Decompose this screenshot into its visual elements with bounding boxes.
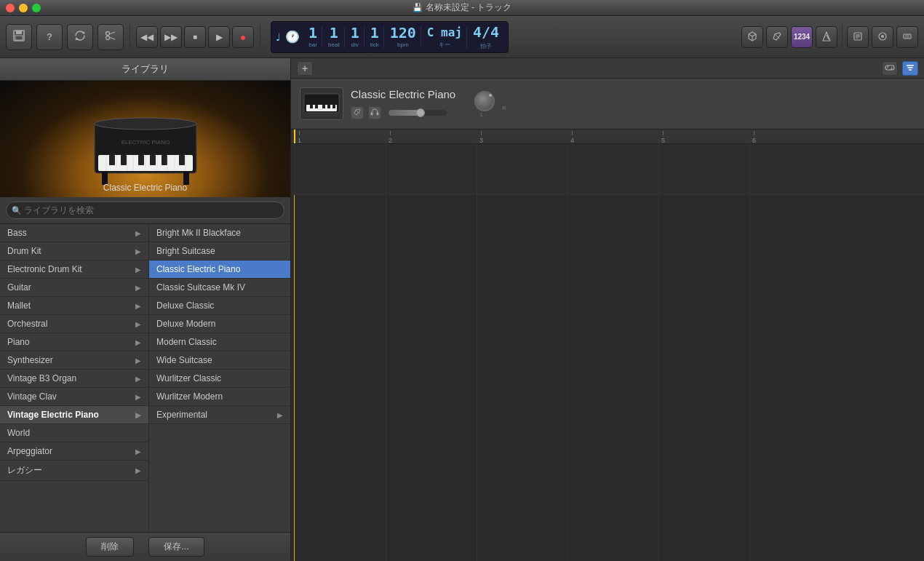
category-item[interactable]: Arpeggiator▶ (0, 442, 148, 461)
category-item[interactable]: Synthesizer▶ (0, 351, 148, 370)
score-button[interactable] (847, 26, 869, 48)
arrange-area[interactable] (291, 144, 924, 561)
lcd-timesig-value: 4/4 (473, 23, 499, 41)
help-button[interactable]: ? (36, 24, 63, 50)
window-title: 名称未設定 - トラック (426, 1, 512, 14)
lcd-bar: 1 bar (304, 25, 322, 48)
ruler-tick (572, 131, 573, 135)
audio-button[interactable] (872, 26, 893, 48)
fastforward-button[interactable]: ▶▶ (160, 26, 182, 48)
minimize-button[interactable] (19, 4, 28, 12)
link-button[interactable] (882, 61, 898, 76)
ruler-mark: 5 (661, 131, 665, 144)
lcd-div-label: div (351, 41, 359, 48)
right-separator (842, 24, 843, 50)
audio-icon (877, 31, 888, 43)
pencil-button[interactable] (766, 26, 788, 48)
save-button[interactable] (6, 24, 32, 50)
category-label: Vintage Electric Piano (7, 410, 99, 420)
ruler-tick (754, 131, 754, 135)
category-item[interactable]: Mallet▶ (0, 297, 148, 315)
preset-item[interactable]: Classic Electric Piano (149, 260, 290, 279)
preset-label: Bright Suitcase (156, 246, 215, 256)
lcd-timesig[interactable]: 4/4 拍子 (469, 23, 503, 50)
category-item[interactable]: Bass▶ (0, 224, 148, 242)
category-item[interactable]: Vintage B3 Organ▶ (0, 370, 148, 388)
traffic-lights (6, 4, 41, 12)
title-icon: 💾 (413, 3, 423, 12)
metronome-button[interactable] (816, 26, 837, 48)
help-icon: ? (47, 31, 52, 42)
category-label: Vintage Clav (7, 391, 57, 402)
edit-instrument-button[interactable] (351, 106, 364, 119)
toolbar: ? ◀◀ ▶▶ ■ (0, 16, 924, 58)
preset-item[interactable]: Deluxe Classic (149, 297, 290, 315)
preset-item[interactable]: Wurlitzer Classic (149, 370, 290, 388)
svg-rect-30 (138, 155, 144, 165)
category-item[interactable]: Guitar▶ (0, 279, 148, 297)
add-track-button[interactable]: + (297, 61, 313, 76)
save-preset-button[interactable]: 保存... (148, 537, 204, 557)
preset-item[interactable]: Experimental▶ (149, 406, 290, 424)
rewind-button[interactable]: ◀◀ (136, 26, 158, 48)
preset-item[interactable]: Bright Suitcase (149, 242, 290, 260)
lcd-bpm[interactable]: 120 bpm (386, 25, 421, 48)
ruler-mark-label: 5 (661, 137, 665, 144)
cut-button[interactable] (97, 24, 124, 50)
category-item[interactable]: Piano▶ (0, 333, 148, 351)
category-item[interactable]: Vintage Clav▶ (0, 388, 148, 406)
svg-rect-29 (121, 155, 127, 165)
midi-button[interactable] (896, 26, 918, 48)
close-button[interactable] (6, 4, 15, 12)
play-button[interactable]: ▶ (208, 26, 230, 48)
preset-item[interactable]: Modern Classic (149, 333, 290, 351)
scissors-icon (105, 30, 116, 44)
volume-knob[interactable] (474, 91, 495, 111)
category-item[interactable]: Vintage Electric Piano▶ (0, 406, 148, 424)
preset-column: Bright Mk II BlackfaceBright SuitcaseCla… (149, 224, 290, 532)
svg-rect-28 (109, 155, 115, 165)
ruler-mark: 3 (479, 131, 483, 144)
grid-line (749, 144, 750, 561)
ruler-tick (299, 131, 300, 135)
category-label: レガシー (7, 464, 42, 477)
filter-button[interactable] (902, 61, 918, 76)
category-item[interactable]: Orchestral▶ (0, 315, 148, 333)
headphones-icon (370, 108, 379, 117)
category-label: World (7, 428, 30, 438)
volume-slider[interactable] (389, 110, 447, 116)
preset-label: Classic Suitcase Mk IV (156, 282, 245, 293)
headphones-button[interactable] (368, 106, 381, 119)
preset-item[interactable]: Wurlitzer Modern (149, 388, 290, 406)
preset-item[interactable]: Bright Mk II Blackface (149, 224, 290, 242)
ruler-mark: 2 (389, 131, 392, 144)
svg-rect-1 (16, 31, 22, 34)
stop-button[interactable]: ■ (184, 26, 206, 48)
category-item[interactable]: World (0, 424, 148, 442)
track-count-button[interactable]: 1234 (791, 26, 813, 48)
preset-item[interactable]: Wide Suitcase (149, 351, 290, 370)
search-input[interactable] (6, 202, 284, 219)
midi-icon (902, 31, 912, 43)
rewind-icon: ◀◀ (140, 32, 154, 42)
delete-button[interactable]: 削除 (86, 537, 134, 557)
main-content: ライブラリ (0, 58, 924, 561)
preset-item[interactable]: Deluxe Modern (149, 315, 290, 333)
lcd-display: ♩ 🕐 1 bar 1 beat 1 div 1 tick 120 bpm C … (271, 21, 509, 53)
category-item[interactable]: Drum Kit▶ (0, 242, 148, 260)
svg-rect-54 (306, 114, 337, 116)
svg-point-24 (95, 118, 196, 130)
instrument-name: Classic Electric Piano (351, 88, 455, 100)
separator-2 (260, 24, 260, 50)
instrument-mini-image (300, 87, 343, 120)
category-item[interactable]: レガシー▶ (0, 461, 148, 481)
category-item[interactable]: Electronic Drum Kit▶ (0, 260, 148, 279)
record-button[interactable]: ● (232, 26, 254, 48)
maximize-button[interactable] (32, 4, 41, 12)
ruler-mark: 6 (752, 131, 756, 144)
loop-button[interactable] (67, 24, 93, 50)
cycle-button[interactable] (741, 26, 763, 48)
chevron-icon: ▶ (135, 302, 141, 310)
lcd-key[interactable]: C maj キー (423, 25, 467, 49)
preset-item[interactable]: Classic Suitcase Mk IV (149, 279, 290, 297)
